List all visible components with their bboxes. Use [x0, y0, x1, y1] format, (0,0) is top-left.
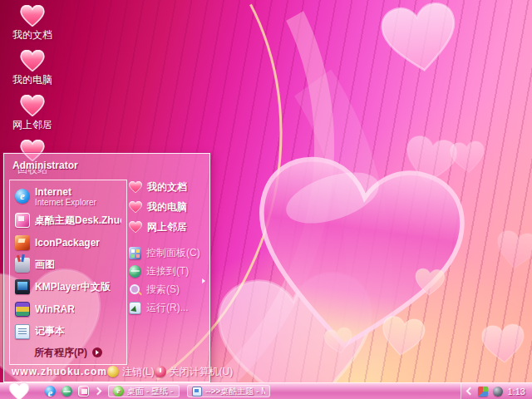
tray-expand-chevron-icon[interactable] — [466, 387, 474, 396]
paint-icon — [15, 258, 30, 273]
log-off-button[interactable]: 注销(L) — [107, 365, 155, 379]
menu-item-title: Internet — [35, 186, 96, 198]
menu-item-label: 连接到(T) — [146, 264, 189, 278]
quick-launch-bar — [45, 386, 101, 397]
shut-down-icon — [155, 366, 166, 377]
menu-item-run[interactable]: 运行(R)... — [129, 298, 209, 317]
desktop-icon-label: 我的文档 — [12, 28, 52, 42]
menu-item-my-documents[interactable]: 我的文档 — [129, 177, 209, 197]
menu-item-internet-explorer[interactable]: Internet Internet Explorer — [12, 184, 124, 209]
menu-item-winrar[interactable]: WinRAR — [12, 298, 124, 321]
menu-item-title: WinRAR — [35, 303, 75, 315]
run-icon — [129, 302, 141, 314]
start-menu-username: Administrator — [4, 154, 209, 171]
control-panel-icon — [129, 247, 141, 259]
heart-icon — [20, 50, 45, 71]
menu-item-title: 画图 — [35, 258, 55, 272]
menu-item-iconpackager[interactable]: IconPackager — [12, 231, 124, 254]
menu-item-my-computer[interactable]: 我的电脑 — [129, 197, 209, 217]
menu-item-label: 我的文档 — [147, 180, 187, 195]
menu-item-connect-to[interactable]: 连接到(T) — [129, 262, 209, 280]
taskbar-clock[interactable]: 1:13 — [508, 387, 525, 397]
kmplayer-icon — [15, 279, 30, 294]
quick-launch-overflow-chevron-icon[interactable] — [94, 387, 102, 396]
log-off-icon — [107, 366, 119, 377]
menu-item-title: IconPackager — [35, 237, 100, 249]
zhuoku-theme-icon — [15, 213, 30, 228]
gear-tray-icon[interactable] — [493, 387, 503, 397]
shut-down-label: 关闭计算机(U) — [170, 365, 234, 379]
internet-explorer-icon[interactable] — [45, 386, 56, 397]
menu-item-kmplayer[interactable]: KMPlayer中文版 — [12, 276, 124, 298]
menu-item-label: 运行(R)... — [146, 301, 189, 315]
menu-item-subtitle: Internet Explorer — [35, 198, 96, 207]
connect-to-icon — [129, 265, 141, 278]
heart-icon — [129, 201, 142, 213]
browser-globe-icon[interactable] — [62, 386, 72, 397]
task-button-label: 桌面 - 壁纸 - 桌酷... — [127, 386, 175, 397]
task-button-label: -->>桌酷主题 - Mi... — [205, 386, 265, 397]
desktop-icon-list: 我的文档 我的电脑 网上邻居 回收站 — [5, 5, 60, 177]
all-programs-button[interactable]: 所有程序(P) — [12, 342, 124, 362]
winrar-icon — [15, 302, 30, 317]
menu-item-title: KMPlayer中文版 — [35, 280, 111, 294]
notepad-icon — [15, 324, 30, 339]
desktop-icon-my-documents[interactable]: 我的文档 — [5, 5, 60, 42]
start-menu-bottom-row: www.zhuoku.com 注销(L) 关闭计算机(U) — [12, 363, 204, 380]
heart-icon — [129, 181, 142, 193]
desktop-icon-label: 网上邻居 — [12, 118, 52, 132]
menu-item-notepad[interactable]: 记事本 — [12, 320, 124, 342]
spacer — [129, 237, 209, 244]
menu-item-search[interactable]: 搜索(S) — [129, 280, 209, 298]
webpage-blue-icon — [192, 387, 202, 397]
windows-colors-tray-icon[interactable] — [478, 387, 488, 397]
menu-item-label: 我的电脑 — [147, 200, 187, 214]
menu-item-title: 桌酷主题Desk.ZhuoKu.Com — [35, 214, 121, 228]
menu-item-label: 控制面板(C) — [146, 246, 200, 260]
menu-item-control-panel[interactable]: 控制面板(C) — [129, 244, 209, 262]
start-menu-left-column: Internet Internet Explorer 桌酷主题Desk.Zhuo… — [9, 180, 127, 365]
log-off-label: 注销(L) — [122, 365, 155, 379]
heart-icon — [129, 221, 142, 233]
start-menu: Administrator Internet Internet Explorer… — [3, 153, 210, 382]
zhuoku-watermark: www.zhuoku.com — [12, 366, 107, 377]
taskbar: 桌面 - 壁纸 - 桌酷... -->>桌酷主题 - Mi... 1:13 — [0, 382, 532, 399]
desktop-icon-network[interactable]: 网上邻居 — [5, 95, 60, 132]
start-button[interactable] — [0, 383, 38, 399]
desktop-icon-label: 我的电脑 — [12, 73, 52, 87]
search-icon — [129, 283, 141, 296]
task-button-wallpaper-page[interactable]: 桌面 - 壁纸 - 桌酷... — [108, 385, 180, 397]
menu-item-label: 网上邻居 — [147, 220, 187, 234]
menu-item-network-places[interactable]: 网上邻居 — [129, 217, 209, 237]
task-button-zhuoku-theme[interactable]: -->>桌酷主题 - Mi... — [187, 385, 270, 397]
heart-icon — [20, 95, 45, 116]
start-heart-icon — [6, 382, 32, 399]
heart-icon — [20, 5, 45, 27]
internet-explorer-icon — [15, 189, 30, 204]
desktop: 我的文档 我的电脑 网上邻居 回收站 Administrator Interne… — [0, 0, 532, 399]
desktop-icon-my-computer[interactable]: 我的电脑 — [5, 50, 60, 87]
iconpackager-icon — [15, 235, 30, 250]
submenu-arrow-icon — [202, 278, 205, 283]
all-programs-arrow-icon — [92, 347, 102, 357]
media-browser-icon[interactable] — [78, 386, 89, 397]
menu-item-title: 记事本 — [35, 324, 65, 338]
all-programs-label: 所有程序(P) — [34, 346, 87, 360]
start-menu-right-column: 我的文档 我的电脑 网上邻居 控制面板(C) 连接到(T) 搜索(S) — [129, 177, 209, 317]
webpage-green-icon — [113, 386, 124, 397]
shut-down-button[interactable]: 关闭计算机(U) — [155, 365, 234, 379]
menu-item-label: 搜索(S) — [146, 283, 180, 297]
menu-item-paint[interactable]: 画图 — [12, 254, 124, 276]
menu-item-zhuoku-theme[interactable]: 桌酷主题Desk.ZhuoKu.Com — [12, 209, 124, 232]
system-tray: 1:13 — [461, 383, 532, 399]
